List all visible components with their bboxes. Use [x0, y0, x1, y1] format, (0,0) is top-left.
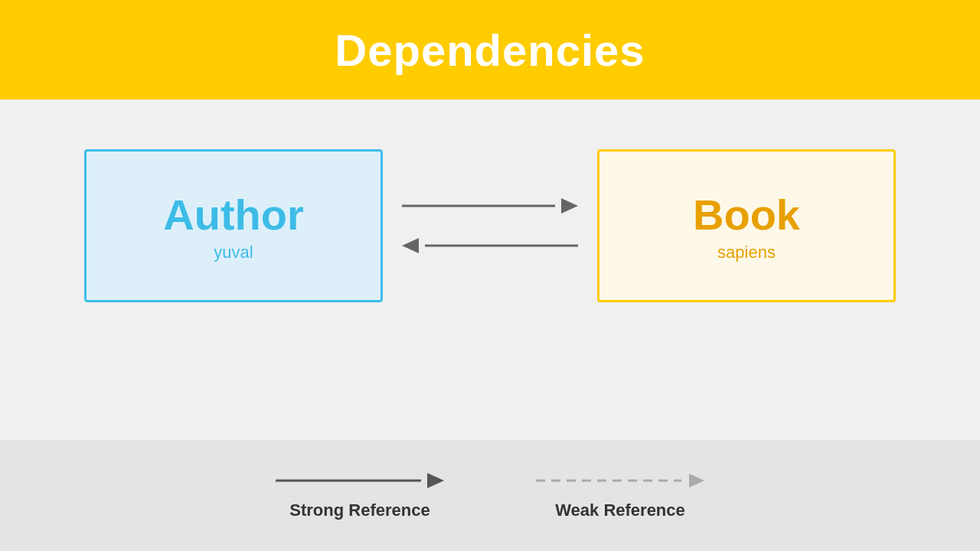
dependency-diagram: Author yuval Book sapiens [84, 149, 896, 302]
arrow-head-right [561, 198, 578, 214]
legend-strong-reference: Strong Reference [276, 471, 444, 520]
book-title: Book [693, 190, 800, 240]
book-subtitle: sapiens [717, 243, 776, 262]
arrow-line-right [402, 205, 555, 207]
arrow-head-left [402, 238, 419, 253]
legend-weak-dashed-line [536, 479, 681, 481]
legend-strong-line [276, 479, 421, 481]
legend-weak-arrow [536, 471, 704, 490]
back-reference-arrow-left [402, 236, 578, 255]
legend-weak-arrowhead [689, 474, 704, 487]
arrow-line-left [425, 245, 578, 247]
author-box: Author yuval [84, 149, 383, 302]
author-title: Author [163, 190, 304, 240]
legend: Strong Reference Weak Reference [0, 440, 980, 551]
legend-strong-arrow [276, 471, 444, 490]
page-title: Dependencies [335, 24, 645, 76]
legend-strong-arrowhead [427, 473, 444, 488]
weak-reference-label: Weak Reference [555, 500, 685, 520]
main-content: Author yuval Book sapiens [0, 99, 980, 551]
strong-reference-label: Strong Reference [289, 500, 430, 520]
header: Dependencies [0, 0, 980, 99]
strong-reference-arrow-right [402, 197, 578, 215]
author-subtitle: yuval [214, 243, 253, 262]
legend-weak-reference: Weak Reference [536, 471, 704, 520]
arrows-container [390, 197, 590, 255]
book-box: Book sapiens [597, 149, 896, 302]
